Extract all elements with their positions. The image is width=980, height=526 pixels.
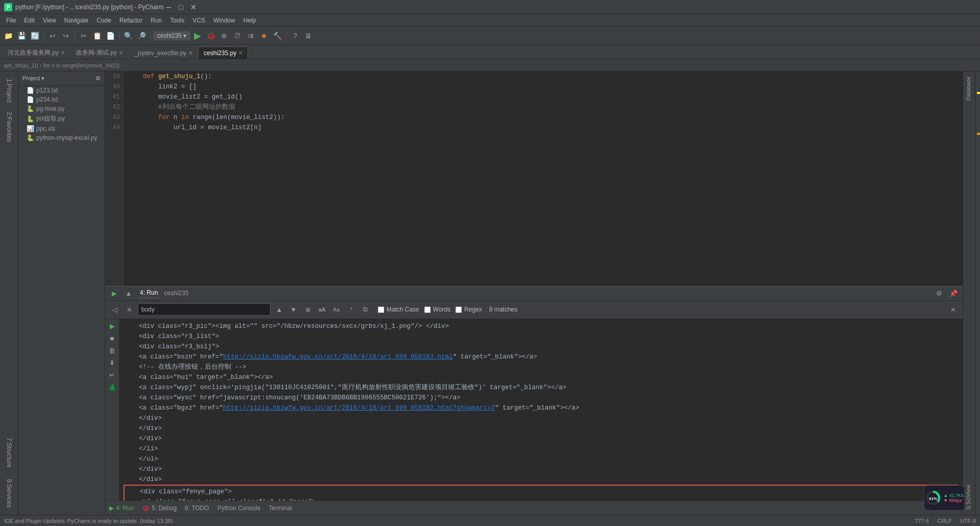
tab-console-bottom[interactable]: Python Console [217, 505, 261, 512]
svg-text:61%: 61% [929, 496, 937, 501]
tab-run-bottom[interactable]: ▶ 4: Run [109, 505, 134, 512]
menu-view[interactable]: View [39, 16, 60, 25]
run-tab[interactable]: 4: Run [138, 288, 160, 298]
sync-button[interactable]: 🔄 [29, 30, 41, 42]
status-right: 777:6 CRLF UTF-8 [915, 518, 976, 524]
tab-zhengwu-close[interactable]: ✕ [119, 50, 123, 56]
search-close-x[interactable]: ✕ [947, 304, 959, 315]
search-options: Match Case Words Regex [378, 306, 482, 313]
redo-button[interactable]: ↪ [60, 30, 72, 42]
sciview-panel-toggle[interactable]: S:SciView [963, 480, 975, 515]
run-pin[interactable]: 📌 [948, 288, 959, 298]
copy-button[interactable]: 📋 [91, 30, 103, 42]
performance-widget: 61% ▲ 41.7Ks ▼ 894μs [924, 485, 965, 511]
save-button[interactable]: 💾 [15, 30, 28, 42]
statusbar: IDE and Plugin Updates: PyCharm is ready… [0, 515, 980, 526]
file-ppc[interactable]: 📊 ppc.xls [18, 124, 105, 133]
search-close-button[interactable]: ✕ [124, 304, 135, 315]
menu-vcs[interactable]: VCS [188, 16, 209, 25]
menu-file[interactable]: File [2, 16, 20, 25]
help-button[interactable]: ? [289, 30, 301, 42]
words-checkbox[interactable] [424, 306, 431, 313]
run-stop-button[interactable]: ■ [107, 333, 117, 344]
search-match-word-btn[interactable]: aA [316, 304, 328, 315]
menubar: File Edit View Navigate Code Refactor Ru… [0, 14, 980, 27]
tab-pydev-close[interactable]: ✕ [188, 50, 192, 56]
run-wrap-text[interactable]: ↵ [107, 370, 117, 380]
file-icon: 🐍 [27, 105, 34, 112]
run-line-selected: <div class="fenye_page"> [125, 487, 958, 497]
menu-code[interactable]: Code [92, 16, 115, 25]
vcs-button[interactable]: 🖥 [302, 30, 314, 42]
menu-tools[interactable]: Tools [166, 16, 188, 25]
coverage-button[interactable]: ⊕ [218, 30, 230, 42]
close-button[interactable]: ✕ [188, 3, 199, 11]
run-clear-button[interactable]: 🗑 [107, 346, 117, 356]
cut-button[interactable]: ✂ [78, 30, 90, 42]
run-play-button[interactable]: ▶ [109, 288, 119, 298]
run-button[interactable]: ▶ [191, 30, 204, 42]
regex-checkbox[interactable] [455, 306, 462, 313]
menu-edit[interactable]: Edit [20, 16, 39, 25]
search-regex-btn[interactable]: .* [345, 304, 356, 315]
tab-hebei-close[interactable]: ✕ [61, 50, 65, 56]
window-controls: ─ □ ✕ [164, 3, 199, 11]
menu-window[interactable]: Window [209, 16, 239, 25]
file-p123[interactable]: 📄 p123.txt [18, 86, 105, 95]
search-find-prev[interactable]: ▲ [274, 304, 285, 315]
favorites-panel-toggle[interactable]: 2:Favorites [5, 109, 14, 145]
search-button[interactable]: 🔍 [122, 30, 134, 42]
search-filter[interactable]: ⊕ [302, 304, 313, 315]
database-panel-toggle[interactable]: Database [963, 71, 975, 106]
file-p234[interactable]: 📄 p234.txt [18, 95, 105, 104]
search-prev-button[interactable]: ◁ [109, 304, 120, 315]
stop-button[interactable]: ■ [258, 30, 270, 42]
profile-button[interactable]: ⏱ [231, 30, 243, 42]
tab-zhengwu-label: 政务网-测试.py [76, 49, 117, 57]
menu-navigate[interactable]: Navigate [60, 16, 92, 25]
tab-todo-bottom[interactable]: 6: TODO [185, 505, 209, 512]
code-content[interactable]: def get_shuju_1(): link2 = [] movie_list… [124, 71, 963, 286]
services-panel-toggle[interactable]: 8:Services [5, 476, 14, 511]
tab-hebei[interactable]: 河北政务服务网.py ✕ [2, 46, 70, 59]
tab-pydev[interactable]: _pydev_execfile.py ✕ [129, 46, 198, 59]
tab-zhengwu[interactable]: 政务网-测试.py ✕ [70, 46, 129, 59]
build-button[interactable]: 🔨 [271, 30, 283, 42]
match-case-option[interactable]: Match Case [378, 306, 419, 313]
minimize-button[interactable]: ─ [164, 3, 174, 11]
search-input[interactable] [138, 303, 271, 316]
run-scroll-end[interactable]: ⬇ [107, 358, 117, 368]
tab-terminal-bottom[interactable]: Terminal [268, 505, 291, 512]
run-config-selector[interactable]: ceshi235 ▾ [153, 31, 190, 40]
menu-run[interactable]: Run [146, 16, 166, 25]
debug-button[interactable]: 🐞 [205, 30, 217, 42]
file-icon: 📄 [27, 96, 34, 103]
search-match-case-btn2[interactable]: Aa [331, 304, 342, 315]
search-filter-btn2[interactable]: ⧉ [359, 304, 371, 315]
open-folder-button[interactable]: 📁 [2, 30, 14, 42]
words-option[interactable]: Words [424, 306, 450, 313]
find-replace-button[interactable]: 🔎 [135, 30, 148, 42]
run-up-button[interactable]: ▲ [124, 288, 134, 298]
regex-option[interactable]: Regex [455, 306, 482, 313]
tab-ceshi235-close[interactable]: ✕ [238, 50, 242, 56]
concurrency-button[interactable]: ⇉ [244, 30, 257, 42]
tab-ceshi235[interactable]: ceshi235.py ✕ [198, 46, 248, 59]
menu-refactor[interactable]: Refactor [115, 16, 146, 25]
maximize-button[interactable]: □ [176, 3, 186, 11]
run-line: <a class="wysc" href="javascript:shoucan… [124, 393, 959, 403]
file-pghive[interactable]: 🐍 pg-hive.py [18, 104, 105, 113]
undo-button[interactable]: ↩ [46, 30, 59, 42]
match-case-checkbox[interactable] [378, 306, 384, 313]
menu-help[interactable]: Help [239, 16, 260, 25]
file-poi[interactable]: 🐍 poi提取.py [18, 113, 105, 124]
run-rerun-button[interactable]: ▶ [107, 321, 117, 331]
tab-debug-bottom[interactable]: 🐞 5: Debug [142, 505, 177, 512]
structure-panel-toggle[interactable]: 7:Structure [5, 435, 14, 471]
file-mysql-excel[interactable]: 🐍 python-mysql-excel.py [18, 133, 105, 142]
paste-button[interactable]: 📄 [104, 30, 116, 42]
search-find-next[interactable]: ▼ [288, 304, 299, 315]
project-panel-toggle[interactable]: 1:Project [5, 76, 14, 106]
run-settings[interactable]: ⚙ [934, 288, 944, 298]
run-tree-view[interactable]: 🌲 [107, 382, 117, 393]
